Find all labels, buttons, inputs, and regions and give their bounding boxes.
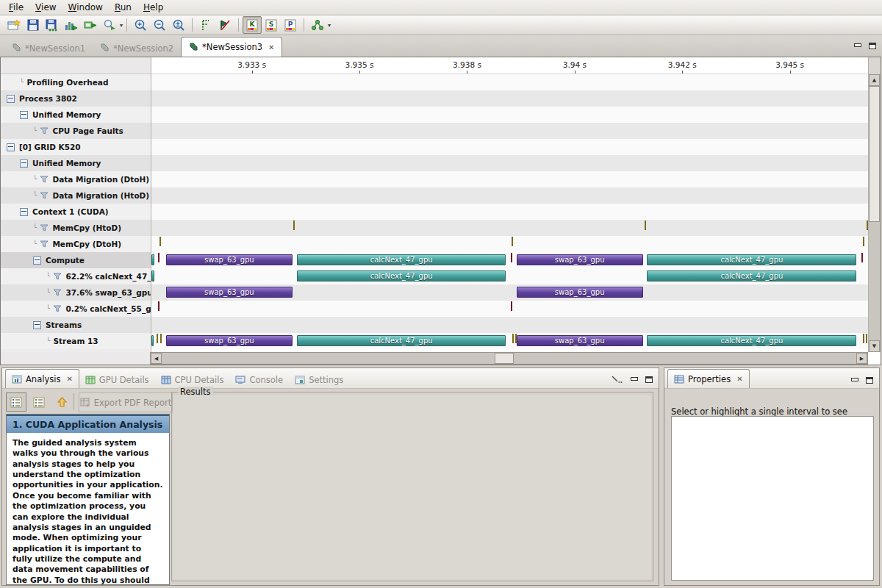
timeline-row[interactable] [151, 171, 869, 187]
timeline-bar[interactable]: swap_63_gpu [166, 254, 293, 265]
minimize-icon[interactable] [853, 43, 861, 49]
tree-row[interactable]: Unified Memory [1, 107, 151, 123]
tree-row[interactable]: [0] GRID K520 [1, 139, 151, 155]
timeline-bar[interactable]: calcNext_47_gpu [297, 335, 506, 346]
new-session-button[interactable] [4, 16, 24, 34]
timeline-tick[interactable] [512, 237, 513, 246]
tree-row[interactable]: └0.2% calcNext_55_g... [1, 301, 151, 317]
timeline-bar[interactable]: calcNext_47_gpu [297, 270, 506, 282]
timeline-tick[interactable] [512, 334, 514, 343]
tab-analysis[interactable]: Analysis ✕ [5, 369, 79, 388]
save-button[interactable] [24, 16, 43, 34]
timeline-row[interactable] [151, 139, 869, 155]
color-by-stream-button[interactable]: S [262, 16, 281, 34]
tab-settings[interactable]: Settings [289, 372, 349, 388]
timeline-row[interactable] [151, 236, 869, 252]
timeline-tick[interactable] [159, 237, 161, 246]
mark-timeline-button[interactable] [196, 16, 215, 34]
close-icon[interactable]: ✕ [66, 375, 72, 383]
timeline-row[interactable] [151, 155, 869, 171]
tree-row[interactable]: └62.2% calcNext_47_... [1, 268, 151, 284]
back-up-analysis-button[interactable] [51, 392, 72, 412]
collapse-icon[interactable] [20, 208, 28, 216]
call-tree-dropdown-caret[interactable]: ▾ [328, 22, 331, 29]
profile-application-button[interactable] [62, 16, 81, 34]
timeline-row[interactable] [151, 204, 869, 220]
tab-newsession2[interactable]: *NewSession2 [93, 40, 181, 57]
tree-row[interactable]: Process 3802 [1, 90, 151, 107]
timeline-tick[interactable] [293, 220, 295, 230]
menu-help[interactable]: Help [137, 1, 169, 14]
timeline-bar[interactable] [151, 270, 154, 282]
collapse-icon[interactable] [7, 95, 15, 103]
timeline-row[interactable] [151, 220, 869, 236]
collapse-icon[interactable] [20, 159, 28, 168]
call-tree-button[interactable] [308, 16, 327, 34]
tab-newsession3[interactable]: *NewSession3 ✕ [181, 37, 282, 57]
timeline-row[interactable] [151, 187, 869, 204]
timeline-row[interactable]: swap_63_gpucalcNext_47_gpuswap_63_gpucal… [151, 252, 869, 268]
menu-window[interactable]: Window [62, 1, 109, 14]
timeline-tick[interactable] [160, 334, 162, 343]
timeline-bar[interactable]: calcNext_47_gpu [297, 254, 506, 265]
timeline-bar[interactable]: swap_63_gpu [517, 254, 643, 265]
tree-row[interactable]: Streams [1, 317, 151, 333]
minimize-icon[interactable] [850, 377, 858, 384]
horizontal-scrollbar[interactable]: ◀ ▶ [150, 352, 868, 365]
guided-analysis-view-button[interactable] [6, 392, 26, 412]
timeline-tick[interactable] [863, 334, 864, 343]
timeline-tick[interactable] [158, 301, 159, 311]
tree-row[interactable]: └37.6% swap_63_gpu [1, 284, 151, 301]
timeline-row[interactable] [151, 317, 869, 333]
zoom-out-button[interactable] [150, 16, 169, 34]
timeline-row[interactable] [151, 123, 869, 139]
vertical-scrollbar[interactable]: ▲ ▼ [868, 74, 881, 352]
maximize-icon[interactable] [866, 377, 873, 384]
collapse-icon[interactable] [33, 257, 41, 265]
tree-row[interactable]: Unified Memory [1, 155, 151, 171]
timeline-row[interactable] [151, 90, 869, 107]
menu-run[interactable]: Run [109, 1, 137, 14]
scroll-down-button[interactable]: ▼ [869, 340, 880, 352]
minimize-icon[interactable] [630, 376, 638, 383]
tree-row[interactable]: Context 1 (CUDA) [1, 204, 151, 220]
timeline-bar[interactable] [151, 254, 154, 265]
tree-row[interactable]: └MemCpy (HtoD) [1, 220, 151, 236]
tree-row[interactable]: └Stream 13 [1, 333, 151, 349]
timeline-tick[interactable] [866, 334, 867, 343]
timeline-tick[interactable] [157, 334, 158, 343]
pencil-icon[interactable] [611, 375, 623, 384]
export-pdf-button[interactable]: Export PDF Report [79, 392, 173, 412]
tab-console[interactable]: Console [229, 372, 289, 388]
remove-marker-button[interactable] [215, 16, 234, 34]
search-button[interactable] [100, 16, 119, 34]
tree-row[interactable]: └Profiling Overhead [1, 74, 151, 90]
color-by-kernel-button[interactable]: K [243, 16, 262, 34]
scroll-up-button[interactable]: ▲ [869, 74, 880, 86]
zoom-reset-button[interactable] [169, 16, 188, 34]
timeline-bar[interactable]: calcNext_47_gpu [647, 270, 856, 282]
timeline-track-area[interactable]: swap_63_gpucalcNext_47_gpuswap_63_gpucal… [151, 74, 869, 352]
run-button[interactable] [81, 16, 100, 34]
collapse-icon[interactable] [33, 321, 41, 329]
timeline-bar[interactable]: swap_63_gpu [166, 335, 293, 346]
timeline-row[interactable]: calcNext_47_gpucalcNext_47_gpu [151, 268, 869, 284]
collapse-icon[interactable] [20, 111, 28, 119]
maximize-icon[interactable] [869, 43, 876, 49]
scroll-left-button[interactable]: ◀ [151, 353, 162, 364]
search-dropdown-caret[interactable]: ▾ [120, 22, 123, 29]
close-icon[interactable]: ✕ [736, 375, 742, 383]
scroll-right-button[interactable]: ▶ [856, 353, 867, 364]
timeline-tick[interactable] [511, 301, 512, 311]
timeline-bar[interactable]: calcNext_47_gpu [647, 335, 856, 346]
timeline-ruler[interactable]: 3.933 s3.935 s3.938 s3.94 s3.942 s3.945 … [151, 57, 869, 74]
horizontal-scroll-thumb[interactable] [495, 353, 514, 364]
timeline-row[interactable] [151, 107, 869, 123]
timeline-bar[interactable]: swap_63_gpu [517, 335, 643, 346]
menu-file[interactable]: File [3, 1, 29, 14]
timeline-tick[interactable] [861, 253, 863, 262]
timeline-row[interactable]: swap_63_gpucalcNext_47_gpuswap_63_gpucal… [151, 333, 869, 349]
collapse-icon[interactable] [7, 143, 15, 151]
menu-view[interactable]: View [29, 1, 62, 14]
timeline-tick[interactable] [158, 253, 159, 262]
